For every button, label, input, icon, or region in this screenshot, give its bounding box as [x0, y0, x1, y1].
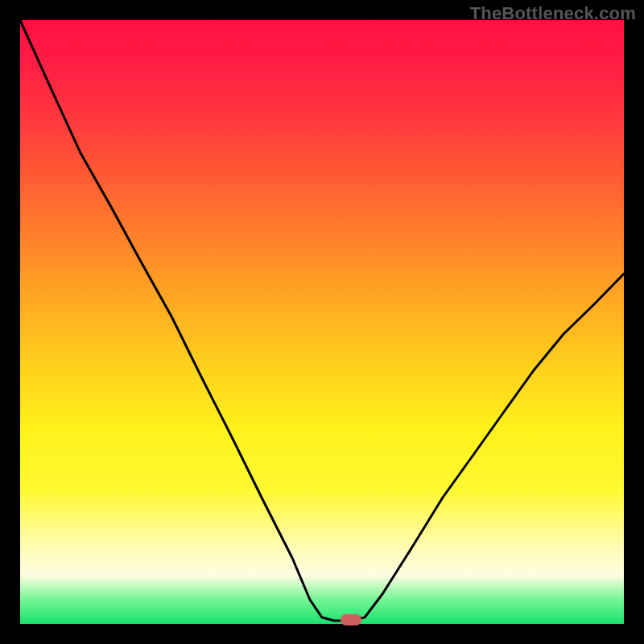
bottleneck-curve — [20, 20, 624, 624]
curve-path — [20, 20, 624, 621]
optimal-point-marker — [341, 614, 361, 625]
plot-area — [20, 20, 624, 624]
